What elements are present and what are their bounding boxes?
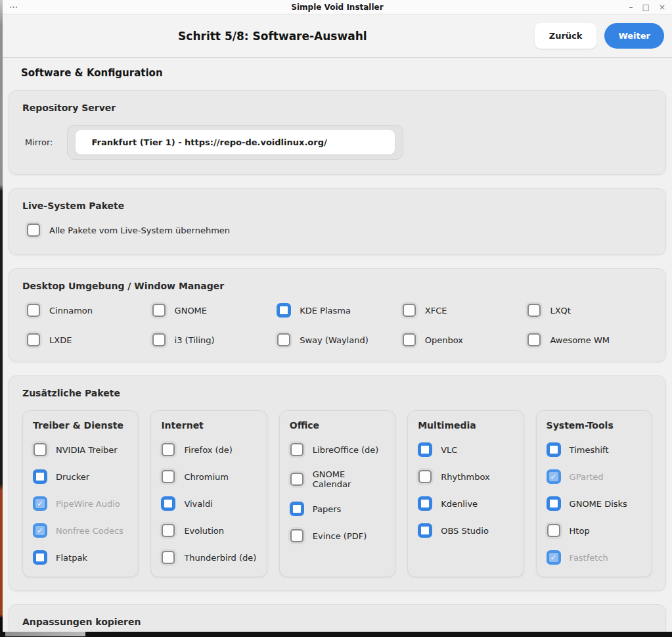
checkbox-option[interactable]: ✓Nonfree Codecs <box>33 523 128 538</box>
checkbox-option[interactable]: GNOME <box>152 303 277 318</box>
checkbox-option[interactable]: ✓PipeWire Audio <box>33 496 128 511</box>
checkbox-option[interactable]: VLC <box>418 442 513 457</box>
checkbox[interactable] <box>290 529 303 542</box>
header-bar: Schritt 5/8: Software-Auswahl Zurück Wei… <box>3 14 672 58</box>
checkbox-option[interactable]: Vivaldi <box>161 496 256 511</box>
mirror-combobox-frame: Frankfurt (Tier 1) - https://repo-de.voi… <box>67 125 403 160</box>
checkbox-label: LXQt <box>550 306 570 316</box>
checkbox[interactable]: ✓ <box>547 469 561 484</box>
section-title-live-system: Live-System Pakete <box>22 201 652 211</box>
checkbox[interactable] <box>152 333 166 346</box>
checkbox-option[interactable]: Sway (Wayland) <box>277 333 402 347</box>
package-group: System-ToolsTimeshift✓GPartedGNOME Disks… <box>536 410 652 577</box>
checkbox-option[interactable]: KDE Plasma <box>277 303 402 318</box>
check-icon: ✓ <box>549 472 558 481</box>
checkbox[interactable]: ✓ <box>547 550 561 565</box>
window-controls: – □ × <box>629 3 665 11</box>
checkbox-option[interactable]: GNOME Calendar <box>290 469 385 489</box>
checkbox-option[interactable]: Timeshift <box>547 442 642 457</box>
section-title-customizations: Anpassungen kopieren <box>22 617 652 627</box>
checkbox-option[interactable]: Htop <box>547 523 642 538</box>
close-button[interactable]: × <box>659 3 665 11</box>
checkbox[interactable] <box>162 524 175 537</box>
checkbox-option[interactable]: Chromium <box>161 469 256 484</box>
package-group-title: System-Tools <box>547 420 642 431</box>
checkbox-option[interactable]: Openbox <box>402 333 527 347</box>
checkbox[interactable] <box>418 523 432 538</box>
checkbox[interactable] <box>162 470 175 483</box>
checkbox-option[interactable]: Cinnamon <box>26 303 152 318</box>
checkbox[interactable] <box>33 550 47 565</box>
checkbox-option[interactable]: Drucker <box>33 469 128 484</box>
checkbox-option[interactable]: Firefox (de) <box>161 442 256 457</box>
checkbox[interactable] <box>162 443 175 456</box>
checkbox-option[interactable]: XFCE <box>402 303 527 318</box>
checkbox-option[interactable]: i3 (Tiling) <box>152 333 277 347</box>
next-button[interactable]: Weiter <box>604 23 664 49</box>
checkbox-option[interactable]: OBS Studio <box>418 523 513 538</box>
checkbox-option[interactable]: LibreOffice (de) <box>290 442 385 457</box>
bottom-edge-segment <box>5 632 85 636</box>
checkbox[interactable] <box>547 442 561 457</box>
checkbox-option-live-system[interactable]: Alle Pakete vom Live-System übernehmen <box>26 223 652 237</box>
checkbox[interactable] <box>277 303 291 318</box>
checkbox-option[interactable]: LXQt <box>527 303 652 318</box>
checkbox-option[interactable]: Kdenlive <box>418 496 513 511</box>
checkbox-option[interactable]: Flatpak <box>33 550 128 565</box>
maximize-button[interactable]: □ <box>642 3 650 11</box>
checkbox-label: OBS Studio <box>441 526 489 536</box>
checkbox-label: Awesome WM <box>550 335 610 345</box>
checkbox[interactable] <box>162 551 175 564</box>
checkbox-option[interactable]: Papers <box>290 502 385 516</box>
checkbox[interactable] <box>33 469 47 484</box>
checkbox[interactable] <box>27 304 40 317</box>
checkbox-option[interactable]: Thunderbird (de) <box>161 550 256 565</box>
checkbox[interactable] <box>547 496 561 511</box>
checkbox[interactable] <box>547 524 560 537</box>
mirror-combobox[interactable]: Frankfurt (Tier 1) - https://repo-de.voi… <box>76 130 395 154</box>
checkbox-label: Drucker <box>56 472 89 482</box>
checkbox[interactable] <box>290 473 303 486</box>
checkbox[interactable] <box>403 304 416 317</box>
checkbox-label: GNOME <box>175 306 207 316</box>
checkbox-label: Fastfetch <box>570 553 608 563</box>
package-group-title: Treiber & Dienste <box>33 420 128 431</box>
checkbox[interactable] <box>403 333 416 346</box>
package-group: OfficeLibreOffice (de)GNOME CalendarPape… <box>279 410 395 577</box>
checkbox[interactable] <box>290 502 304 516</box>
minimize-button[interactable]: – <box>629 3 633 11</box>
titlebar: ⋯ Simple Void Installer – □ × <box>3 0 672 14</box>
checkbox[interactable] <box>152 304 166 317</box>
window-title: Simple Void Installer <box>3 3 672 12</box>
section-title-desktop: Desktop Umgebung / Window Manager <box>22 281 652 291</box>
checkbox-option[interactable]: Evolution <box>161 523 256 538</box>
checkbox-option[interactable]: Awesome WM <box>527 333 652 347</box>
checkbox[interactable] <box>418 442 432 457</box>
checkbox[interactable] <box>527 333 541 346</box>
checkbox[interactable] <box>290 443 303 456</box>
checkbox-option[interactable]: ✓GParted <box>547 469 642 484</box>
checkbox-option[interactable]: NVIDIA Treiber <box>33 442 128 457</box>
package-group: Treiber & DiensteNVIDIA TreiberDrucker✓P… <box>22 410 139 577</box>
checkbox[interactable]: ✓ <box>33 523 47 538</box>
checkbox[interactable] <box>161 496 175 511</box>
checkbox[interactable] <box>418 470 432 483</box>
back-button[interactable]: Zurück <box>535 23 597 49</box>
checkbox-option[interactable]: ✓Fastfetch <box>547 550 642 565</box>
checkbox-label: i3 (Tiling) <box>175 335 215 345</box>
checkbox-label: Timeshift <box>570 445 609 455</box>
checkbox-option[interactable]: LXDE <box>26 333 152 347</box>
checkbox-option[interactable]: GNOME Disks <box>547 496 642 511</box>
checkbox-option[interactable]: Rhythmbox <box>418 469 513 484</box>
checkbox[interactable] <box>277 333 290 346</box>
window-menu-icon[interactable]: ⋯ <box>9 4 18 11</box>
checkbox-label: GNOME Disks <box>570 499 627 509</box>
checkbox-option[interactable]: Evince (PDF) <box>290 529 385 543</box>
checkbox[interactable] <box>34 443 47 456</box>
checkbox[interactable] <box>27 224 40 237</box>
checkbox-label: Firefox (de) <box>184 445 233 455</box>
checkbox[interactable] <box>418 496 432 511</box>
checkbox[interactable]: ✓ <box>33 496 47 511</box>
checkbox[interactable] <box>527 304 541 317</box>
checkbox[interactable] <box>27 333 40 346</box>
